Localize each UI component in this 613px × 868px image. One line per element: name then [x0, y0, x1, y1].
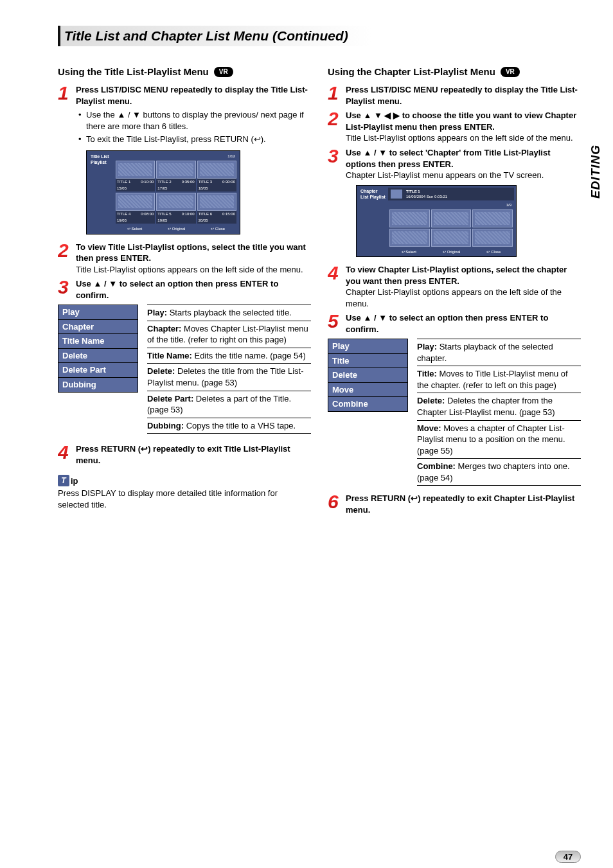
title-list-osd: Title List Playlist 1/12 TITLE 10:10:001… — [86, 150, 240, 235]
r-step-5-bold: Use ▲ / ▼ to select an option then press… — [346, 313, 548, 334]
right-options: Play Title Delete Move Combine — [328, 339, 408, 486]
step-3-bold: Use ▲ / ▼ to select an option then press… — [76, 279, 278, 300]
tip-icon: T — [58, 475, 69, 486]
osd2-foot-close: Close — [486, 249, 501, 254]
osd-thumb — [116, 193, 155, 211]
step-1-text: Press LIST/DISC MENU repeatedly to displ… — [76, 85, 308, 106]
r-step-4-body: Chapter List-Playlist options appears on… — [346, 287, 562, 308]
step-number-2: 2 — [328, 109, 342, 144]
opt-delete: Delete — [328, 368, 408, 382]
osd-foot-select: Select — [127, 226, 142, 231]
tip-body: Press DISPLAY to display more detailed t… — [58, 488, 311, 510]
main-title-bar: Title List and Chapter List Menu (Contin… — [58, 26, 581, 46]
left-options: Play Chapter Title Name Delete Delete Pa… — [58, 305, 138, 434]
step-2-body: Title List-Playlist options appears on t… — [76, 265, 303, 274]
step-2: 2 To view Title List-Playlist options, s… — [58, 241, 311, 276]
right-column: Using the Chapter List-Playlist Menu VR … — [328, 66, 581, 517]
left-column: Using the Title List-Playlist Menu VR 1 … — [58, 66, 311, 517]
opt-play: Play — [328, 339, 408, 353]
step-2-bold: To view Title List-Playlist options, sel… — [76, 242, 306, 263]
left-section-title: Using the Title List-Playlist Menu VR — [58, 66, 311, 78]
opt-dubbing: Dubbing — [58, 377, 138, 393]
osd-thumb — [197, 161, 236, 179]
step-number-4: 4 — [58, 443, 72, 466]
r-step-1: 1 Press LIST/DISC MENU repeatedly to dis… — [328, 84, 581, 107]
main-title: Title List and Chapter List Menu (Contin… — [64, 28, 574, 44]
step-4: 4 Press RETURN (↩) repeatedly to exit Ti… — [58, 443, 311, 466]
side-tab-editing: EDITING — [589, 145, 603, 199]
left-descriptions: Play: Starts playback the selected title… — [147, 305, 311, 434]
osd-thumb — [116, 161, 155, 179]
opt-move: Move — [328, 382, 408, 397]
r-step-3-bold: Use ▲ / ▼ to select 'Chapter' from Title… — [346, 148, 550, 169]
osd-thumb — [156, 193, 195, 211]
step-4-bold: Press RETURN (↩) repeatedly to exit Titl… — [76, 444, 290, 465]
opt-title: Title — [328, 353, 408, 368]
osd2-foot-original: Original — [443, 249, 460, 254]
step-1: 1 Press LIST/DISC MENU repeatedly to dis… — [58, 84, 311, 107]
opt-play: Play — [58, 305, 138, 319]
osd-thumb — [389, 229, 430, 247]
step-number-1: 1 — [328, 84, 342, 107]
r-step-5: 5 Use ▲ / ▼ to select an option then pre… — [328, 312, 581, 335]
step-number-4: 4 — [328, 263, 342, 309]
vr-badge: VR — [214, 67, 233, 77]
r-step-2-bold: Use ▲ ▼ ◀ ▶ to choose the title you want… — [346, 111, 576, 132]
right-section-title-text: Using the Chapter List-Playlist Menu — [328, 66, 495, 78]
osd-thumb — [472, 209, 513, 227]
osd-thumb — [156, 161, 195, 179]
right-descriptions: Play: Starts playback of the selected ch… — [417, 339, 581, 486]
vr-badge: VR — [501, 67, 520, 77]
osd-thumb — [431, 209, 472, 227]
step-number-2: 2 — [58, 241, 72, 276]
r-step-2: 2 Use ▲ ▼ ◀ ▶ to choose the title you wa… — [328, 109, 581, 144]
r-step-6-bold: Press RETURN (↩) repeatedly to exit Chap… — [346, 493, 574, 515]
osd-header: Title List Playlist — [89, 153, 114, 232]
osd-thumb — [389, 209, 430, 227]
page-number: 47 — [555, 851, 581, 863]
osd-thumb — [472, 229, 513, 247]
r-step-4-bold: To view Chapter List-Playlist options, s… — [346, 265, 567, 286]
opt-delete-part: Delete Part — [58, 362, 138, 377]
left-section-title-text: Using the Title List-Playlist Menu — [58, 66, 209, 78]
step-number-1: 1 — [58, 84, 72, 107]
r-step-6: 6 Press RETURN (↩) repeatedly to exit Ch… — [328, 492, 581, 515]
osd-page: 1/12 — [114, 153, 238, 159]
bullet-prev-next: Use the ▲ / ▼ buttons to display the pre… — [80, 109, 311, 132]
step-number-5: 5 — [328, 312, 342, 335]
r-step-3-body: Chapter List-Playlist menu appears on th… — [346, 170, 544, 180]
osd-thumb — [431, 229, 472, 247]
r-step-2-body: Title List-Playlist options appears on t… — [346, 133, 573, 143]
opt-combine: Combine — [328, 396, 408, 412]
right-section-title: Using the Chapter List-Playlist Menu VR — [328, 66, 581, 78]
opt-delete: Delete — [58, 348, 138, 363]
r-step-1-bold: Press LIST/DISC MENU repeatedly to displ… — [346, 85, 578, 106]
tip-heading: T ip — [58, 475, 311, 486]
osd2-foot-select: Select — [402, 249, 416, 254]
opt-chapter: Chapter — [58, 319, 138, 334]
osd-foot-close: Close — [211, 226, 225, 231]
chapter-list-osd: Chapter List Playlist TITLE 116/05/2004 … — [356, 185, 517, 257]
osd2-thumb-icon — [391, 190, 402, 199]
r-step-4: 4 To view Chapter List-Playlist options,… — [328, 263, 581, 309]
step-number-6: 6 — [328, 492, 342, 515]
osd2-page: 1/9 — [388, 202, 514, 208]
tip-label: ip — [71, 475, 78, 487]
step-1-bullets: Use the ▲ / ▼ buttons to display the pre… — [80, 109, 311, 145]
step-number-3: 3 — [58, 278, 72, 301]
bullet-exit: To exit the Title List-Playlist, press R… — [80, 134, 311, 145]
r-step-3: 3 Use ▲ / ▼ to select 'Chapter' from Tit… — [328, 146, 581, 181]
step-3: 3 Use ▲ / ▼ to select an option then pre… — [58, 278, 311, 301]
opt-title-name: Title Name — [58, 333, 138, 348]
step-number-3: 3 — [328, 146, 342, 181]
osd2-header: Chapter List Playlist — [359, 188, 388, 254]
osd-thumb — [197, 193, 236, 211]
osd-foot-original: Original — [168, 226, 185, 231]
